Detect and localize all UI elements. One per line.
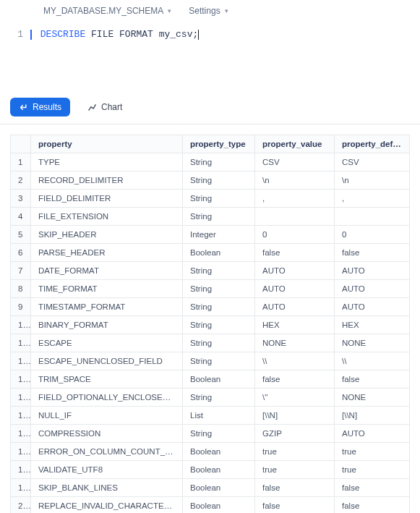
table-cell[interactable]: Boolean (183, 461, 255, 479)
table-row[interactable]: 20REPLACE_INVALID_CHARACTERSBooleanfalse… (11, 497, 410, 514)
table-cell[interactable]: NONE (335, 334, 410, 352)
table-cell[interactable]: String (183, 190, 255, 208)
table-cell[interactable]: Boolean (183, 244, 255, 262)
table-cell[interactable]: AUTO (255, 280, 335, 298)
table-cell[interactable]: TIMESTAMP_FORMAT (31, 298, 183, 316)
table-cell[interactable]: HEX (255, 316, 335, 334)
results-tab[interactable]: Results (10, 98, 70, 116)
table-cell[interactable] (255, 208, 335, 226)
table-row[interactable]: 11ESCAPEStringNONENONE (11, 334, 410, 352)
table-cell[interactable]: FIELD_OPTIONALLY_ENCLOSED_BY (31, 389, 183, 407)
table-cell[interactable]: ERROR_ON_COLUMN_COUNT_MISMATCH (31, 443, 183, 461)
table-cell[interactable]: false (335, 479, 410, 497)
table-cell[interactable]: String (183, 262, 255, 280)
table-row[interactable]: 2RECORD_DELIMITERString\n\n (11, 171, 410, 190)
table-cell[interactable]: false (255, 370, 335, 389)
table-cell[interactable]: AUTO (335, 298, 410, 316)
table-row[interactable]: 7DATE_FORMATStringAUTOAUTO (11, 262, 410, 280)
table-row[interactable]: 3FIELD_DELIMITERString,, (11, 190, 410, 208)
col-header-property-default[interactable]: property_default (335, 135, 410, 153)
table-cell[interactable]: String (183, 389, 255, 407)
table-cell[interactable]: 0 (335, 226, 410, 244)
table-cell[interactable]: List (183, 407, 255, 425)
table-row[interactable]: 17ERROR_ON_COLUMN_COUNT_MISMATCHBooleant… (11, 443, 410, 461)
table-cell[interactable]: TIME_FORMAT (31, 280, 183, 298)
table-row[interactable]: 19SKIP_BLANK_LINESBooleanfalsefalse (11, 479, 410, 497)
table-cell[interactable]: String (183, 298, 255, 316)
table-cell[interactable]: SKIP_BLANK_LINES (31, 479, 183, 497)
table-cell[interactable]: true (335, 443, 410, 461)
table-cell[interactable]: String (183, 352, 255, 370)
table-cell[interactable]: \" (255, 389, 335, 407)
table-cell[interactable]: AUTO (335, 425, 410, 443)
table-cell[interactable]: \\ (255, 352, 335, 370)
table-cell[interactable]: true (255, 443, 335, 461)
table-cell[interactable]: AUTO (255, 262, 335, 280)
table-cell[interactable]: false (255, 244, 335, 262)
table-cell[interactable]: AUTO (335, 262, 410, 280)
table-row[interactable]: 12ESCAPE_UNENCLOSED_FIELDString\\\\ (11, 352, 410, 370)
table-cell[interactable]: BINARY_FORMAT (31, 316, 183, 334)
table-cell[interactable]: false (255, 479, 335, 497)
code-line[interactable]: DESCRIBE FILE FORMAT my_csv; (30, 27, 411, 41)
table-row[interactable]: 10BINARY_FORMATStringHEXHEX (11, 316, 410, 334)
table-cell[interactable]: false (335, 244, 410, 262)
table-cell[interactable]: SKIP_HEADER (31, 226, 183, 244)
table-cell[interactable]: String (183, 153, 255, 171)
table-cell[interactable]: PARSE_HEADER (31, 244, 183, 262)
table-row[interactable]: 4FILE_EXTENSIONString (11, 208, 410, 226)
table-cell[interactable]: String (183, 280, 255, 298)
table-cell[interactable]: String (183, 208, 255, 226)
table-cell[interactable]: String (183, 334, 255, 352)
table-row[interactable]: 15NULL_IFList[\\N][\\N] (11, 407, 410, 425)
sql-editor[interactable]: 1 DESCRIBE FILE FORMAT my_csv; (0, 22, 420, 47)
table-cell[interactable]: REPLACE_INVALID_CHARACTERS (31, 497, 183, 514)
table-cell[interactable]: VALIDATE_UTF8 (31, 461, 183, 479)
table-cell[interactable]: TYPE (31, 153, 183, 171)
table-cell[interactable]: FIELD_DELIMITER (31, 190, 183, 208)
table-row[interactable]: 6PARSE_HEADERBooleanfalsefalse (11, 244, 410, 262)
table-cell[interactable]: NONE (335, 389, 410, 407)
table-cell[interactable]: Boolean (183, 370, 255, 389)
table-cell[interactable]: CSV (255, 153, 335, 171)
table-row[interactable]: 8TIME_FORMATStringAUTOAUTO (11, 280, 410, 298)
table-cell[interactable]: String (183, 171, 255, 190)
col-header-property-value[interactable]: property_value (255, 135, 335, 153)
table-cell[interactable]: NULL_IF (31, 407, 183, 425)
table-cell[interactable]: CSV (335, 153, 410, 171)
table-cell[interactable]: 0 (255, 226, 335, 244)
table-cell[interactable]: Boolean (183, 497, 255, 514)
table-cell[interactable]: AUTO (335, 280, 410, 298)
table-row[interactable]: 13TRIM_SPACEBooleanfalsefalse (11, 370, 410, 389)
table-cell[interactable]: NONE (255, 334, 335, 352)
table-row[interactable]: 1TYPEStringCSVCSV (11, 153, 410, 171)
table-cell[interactable]: , (255, 190, 335, 208)
table-cell[interactable]: true (335, 461, 410, 479)
table-cell[interactable]: COMPRESSION (31, 425, 183, 443)
table-cell[interactable]: FILE_EXTENSION (31, 208, 183, 226)
table-cell[interactable]: TRIM_SPACE (31, 370, 183, 389)
table-cell[interactable]: String (183, 316, 255, 334)
table-cell[interactable]: [\\N] (335, 407, 410, 425)
table-cell[interactable]: DATE_FORMAT (31, 262, 183, 280)
table-cell[interactable]: GZIP (255, 425, 335, 443)
table-cell[interactable] (335, 208, 410, 226)
table-cell[interactable]: Boolean (183, 479, 255, 497)
table-cell[interactable]: \n (335, 171, 410, 190)
table-cell[interactable]: HEX (335, 316, 410, 334)
settings-dropdown[interactable]: Settings ▾ (189, 6, 228, 16)
database-schema-selector[interactable]: MY_DATABASE.MY_SCHEMA ▾ (43, 6, 171, 16)
table-cell[interactable]: true (255, 461, 335, 479)
table-row[interactable]: 18VALIDATE_UTF8Booleantruetrue (11, 461, 410, 479)
table-cell[interactable]: AUTO (255, 298, 335, 316)
table-row[interactable]: 9TIMESTAMP_FORMATStringAUTOAUTO (11, 298, 410, 316)
table-cell[interactable]: false (335, 497, 410, 514)
table-cell[interactable]: , (335, 190, 410, 208)
table-cell[interactable]: Boolean (183, 443, 255, 461)
table-cell[interactable]: [\\N] (255, 407, 335, 425)
table-cell[interactable]: RECORD_DELIMITER (31, 171, 183, 190)
table-cell[interactable]: false (335, 370, 410, 389)
table-row[interactable]: 16COMPRESSIONStringGZIPAUTO (11, 425, 410, 443)
table-row[interactable]: 5SKIP_HEADERInteger00 (11, 226, 410, 244)
table-cell[interactable]: ESCAPE (31, 334, 183, 352)
